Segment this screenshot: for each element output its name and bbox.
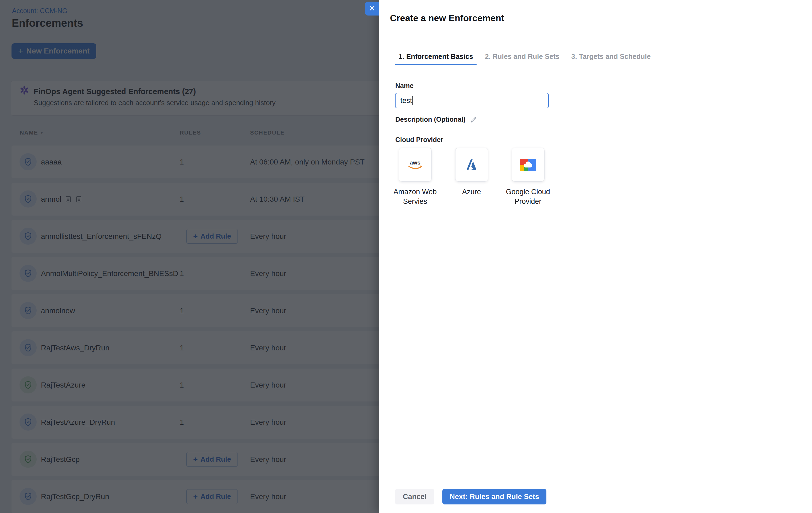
wizard-tab[interactable]: 2. Rules and Rule Sets: [482, 50, 563, 65]
cloud-provider-option[interactable]: aws: [502, 148, 553, 206]
wizard-tab[interactable]: 3. Targets and Schedule: [568, 50, 654, 65]
drawer-title: Create a new Enforcement: [390, 13, 504, 23]
description-label: Description (Optional): [395, 116, 466, 123]
description-label-row: Description (Optional): [395, 116, 477, 123]
cloud-provider-name: Amazon Web Servies: [390, 187, 440, 206]
wizard-tab[interactable]: 1. Enforcement Basics: [395, 50, 476, 65]
cloud-provider-card: aws: [455, 148, 488, 181]
cloud-provider-name: Azure: [462, 187, 481, 197]
edit-description-icon[interactable]: [470, 116, 477, 123]
name-input[interactable]: test: [395, 93, 549, 108]
cloud-provider-options: aws: [390, 148, 553, 206]
azure-logo-icon: [464, 157, 479, 172]
gcp-logo-icon: [520, 159, 536, 171]
enforcements-page: Account: CCM-NG Enforcements + New Enfor…: [0, 0, 812, 513]
name-label: Name: [395, 82, 413, 90]
cloud-provider-name: Google Cloud Provider: [502, 187, 553, 206]
wizard-tabs: 1. Enforcement Basics 2. Rules and Rule …: [395, 50, 812, 65]
svg-text:aws: aws: [410, 159, 420, 165]
cloud-provider-card: aws: [512, 148, 545, 181]
name-value: test: [400, 96, 412, 105]
cloud-provider-label: Cloud Provider: [395, 136, 443, 144]
next-button[interactable]: Next: Rules and Rule Sets: [442, 489, 546, 505]
cloud-provider-option[interactable]: aws: [446, 148, 497, 206]
cloud-provider-card: aws: [399, 148, 432, 181]
create-enforcement-drawer: ✕ Create a new Enforcement 1. Enforcemen…: [379, 0, 812, 513]
text-caret: [412, 96, 413, 105]
cancel-button[interactable]: Cancel: [395, 489, 434, 505]
close-button[interactable]: ✕: [365, 2, 379, 16]
aws-logo-icon: aws: [407, 159, 424, 171]
cloud-provider-option[interactable]: aws: [390, 148, 440, 206]
